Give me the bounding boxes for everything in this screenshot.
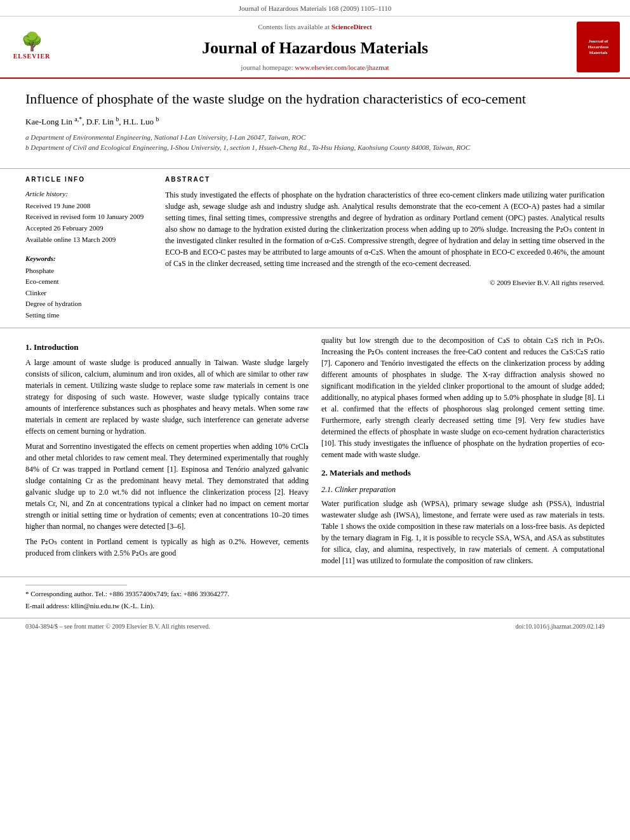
revised-date: Received in revised form 10 January 2009 [25,211,152,223]
article-history-box: Article history: Received 19 June 2008 R… [25,189,152,246]
keyword-phosphate: Phosphate [25,265,152,277]
intro-title: Introduction [34,342,79,352]
journal-header: 🌳 ELSEVIER Contents lists available at S… [0,17,630,79]
keyword-clinker: Clinker [25,288,152,299]
received-date: Received 19 June 2008 [25,201,152,212]
doi-line: doi:10.1016/j.jhazmat.2009.02.149 [516,622,605,631]
homepage-url[interactable]: www.elsevier.com/locate/jhazmat [295,63,389,71]
copyright-line: © 2009 Elsevier B.V. All rights reserved… [165,276,605,288]
journal-logo-box: Journal ofHazardousMaterials [573,22,624,72]
footnote-divider [25,585,127,585]
article-info-label: ARTICLE INFO [25,175,152,184]
hazmat-logo-text: Journal ofHazardousMaterials [588,39,609,56]
info-abstract-section: ARTICLE INFO Article history: Received 1… [0,168,630,328]
affiliation-b: b Department of Civil and Ecological Eng… [25,142,605,153]
hazmat-logo: Journal ofHazardousMaterials [577,22,620,72]
top-bar: Journal of Hazardous Materials 168 (2009… [0,0,630,17]
abstract-text: This study investigated the effects of p… [165,189,605,269]
intro-para3: The P₂O₅ content in Portland cement is t… [25,536,309,559]
available-date: Available online 13 March 2009 [25,234,152,246]
history-label: Article history: [25,189,152,199]
homepage-prefix: journal homepage: [241,63,293,71]
journal-homepage: journal homepage: www.elsevier.com/locat… [241,63,389,72]
keywords-label: Keywords: [25,254,152,263]
abstract-label: ABSTRACT [165,175,605,184]
footnote-corresponding: * Corresponding author. Tel.: +886 39357… [25,589,605,599]
journal-ref: Journal of Hazardous Materials 168 (2009… [239,4,392,12]
keyword-setting: Setting time [25,310,152,321]
elsevier-logo: 🌳 ELSEVIER [6,22,57,72]
authors: Kae-Long Lin a,*, D.F. Lin b, H.L. Luo b [25,115,605,128]
intro-para1: A large amount of waste sludge is produc… [25,357,309,437]
keyword-ecocement: Eco-cement [25,276,152,288]
right-para2: Water purification sludge ash (WPSA), pr… [321,498,605,566]
body-two-col: 1. Introduction A large amount of waste … [25,335,605,571]
right-para1: quality but low strength due to the deco… [321,335,605,460]
sciencedirect-link[interactable]: ScienceDirect [332,23,372,30]
journal-title: Journal of Hazardous Materials [202,37,428,60]
bottom-bar: 0304-3894/$ – see front matter © 2009 El… [0,618,630,635]
body-col-right: quality but low strength due to the deco… [321,335,605,571]
page-wrapper: Journal of Hazardous Materials 168 (2009… [0,0,630,635]
affiliations: a Department of Environmental Engineerin… [25,132,605,153]
intro-heading: 1. Introduction [25,341,309,354]
section2-title: Materials and methods [330,468,411,477]
subsection-2-1: 2.1. Clinker preparation [321,484,605,495]
keyword-hydration: Degree of hydration [25,298,152,310]
abstract-col: ABSTRACT This study investigated the eff… [165,175,605,321]
body-section: 1. Introduction A large amount of waste … [0,328,630,577]
body-col-left: 1. Introduction A large amount of waste … [25,335,309,571]
footnote-email: E-mail address: kllin@niu.edu.tw (K.-L. … [25,601,605,611]
tree-icon: 🌳 [21,33,43,51]
issn-line: 0304-3894/$ – see front matter © 2009 El… [25,622,210,631]
sciencedirect-line: Contents lists available at ScienceDirec… [258,22,372,32]
sciencedirect-prefix: Contents lists available at [258,23,330,30]
affiliation-a: a Department of Environmental Engineerin… [25,132,605,143]
intro-para2: Murat and Sorrentino investigated the ef… [25,441,309,532]
article-section: Influence of phosphate of the waste slud… [0,79,630,165]
footnote-section: * Corresponding author. Tel.: +886 39357… [0,577,630,618]
intro-number: 1. [25,342,32,352]
section2-heading: 2. Materials and methods [321,467,605,479]
article-info-col: ARTICLE INFO Article history: Received 1… [25,175,152,321]
journal-center: Contents lists available at ScienceDirec… [64,22,566,72]
section2-number: 2. [321,468,328,477]
elsevier-brand: ELSEVIER [13,52,51,61]
accepted-date: Accepted 26 February 2009 [25,223,152,234]
article-title: Influence of phosphate of the waste slud… [25,90,605,109]
